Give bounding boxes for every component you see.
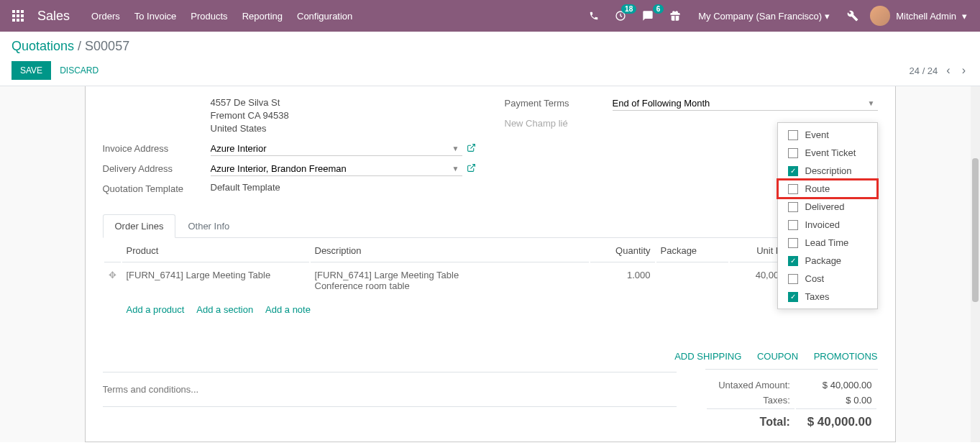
cell-description[interactable]: [FURN_6741] Large Meeting Table Conferen… — [311, 264, 589, 297]
apps-icon[interactable] — [7, 5, 29, 27]
chevron-down-icon: ▾ — [825, 11, 830, 22]
payment-terms-input[interactable] — [613, 96, 878, 111]
untaxed-value: $ 40,000.00 — [796, 378, 876, 392]
pager-prev[interactable]: ‹ — [943, 61, 953, 80]
add-section-link[interactable]: Add a section — [196, 304, 253, 315]
invoice-address-label: Invoice Address — [103, 142, 211, 154]
app-brand[interactable]: Sales — [32, 9, 81, 24]
col-option-route[interactable]: Route — [778, 180, 877, 198]
breadcrumb-current: S00057 — [85, 39, 129, 53]
address-line1: 4557 De Silva St — [211, 96, 476, 109]
col-option-package[interactable]: Package — [778, 252, 877, 270]
activity-badge: 18 — [621, 4, 636, 14]
th-package[interactable]: Package — [656, 239, 728, 262]
taxes-value: $ 0.00 — [796, 393, 876, 407]
delivery-address-label: Delivery Address — [103, 162, 211, 174]
company-name: My Company (San Francisco) — [698, 11, 822, 22]
table-row[interactable]: ✥ [FURN_6741] Large Meeting Table [FURN_… — [104, 264, 876, 297]
tab-order-lines[interactable]: Order Lines — [103, 214, 176, 238]
address-line3: United States — [211, 122, 476, 135]
save-button[interactable]: Save — [12, 61, 51, 80]
taxes-label: Taxes: — [707, 393, 794, 407]
col-option-event-ticket[interactable]: Event Ticket — [778, 144, 877, 162]
col-option-event[interactable]: Event — [778, 126, 877, 144]
col-option-delivered[interactable]: Delivered — [778, 198, 877, 216]
drag-handle-icon[interactable]: ✥ — [109, 270, 116, 280]
total-label: Total: — [707, 408, 794, 431]
company-switcher[interactable]: My Company (San Francisco) ▾ — [692, 11, 835, 22]
col-option-lead-time[interactable]: Lead Time — [778, 234, 877, 252]
scrollbar-track[interactable] — [971, 86, 980, 442]
nav-menu: Orders To Invoice Products Reporting Con… — [84, 2, 360, 30]
nav-reporting[interactable]: Reporting — [235, 2, 290, 30]
user-name: Mitchell Admin — [896, 11, 956, 22]
th-description[interactable]: Description — [311, 239, 589, 262]
total-value: $ 40,000.00 — [796, 408, 876, 431]
add-product-link[interactable]: Add a product — [127, 304, 185, 315]
col-option-cost[interactable]: Cost — [778, 270, 877, 288]
cell-package[interactable] — [656, 264, 728, 297]
nav-products[interactable]: Products — [183, 2, 234, 30]
col-option-description[interactable]: Description — [778, 162, 877, 180]
pager-next[interactable]: › — [959, 61, 968, 80]
footer-actions: ADD SHIPPING COUPON PROMOTIONS — [103, 322, 878, 369]
form-sheet: 4557 De Silva St Fremont CA 94538 United… — [85, 86, 896, 442]
quotation-template-label: Quotation Template — [103, 182, 211, 194]
delivery-address-input[interactable] — [211, 162, 462, 176]
scrollbar-thumb[interactable] — [972, 158, 979, 302]
nav-to-invoice[interactable]: To Invoice — [127, 2, 184, 30]
breadcrumb: Quotations / S00057 — [12, 39, 968, 54]
coupon-link[interactable]: COUPON — [757, 351, 798, 362]
terms-input[interactable] — [103, 384, 677, 395]
discard-button[interactable]: Discard — [51, 61, 107, 80]
tabs: Order Lines Other Info — [103, 214, 878, 238]
th-quantity[interactable]: Quantity — [590, 239, 655, 262]
navbar-right: 18 6 My Company (San Francisco) ▾ Mitche… — [585, 6, 973, 26]
pager-text[interactable]: 24 / 24 — [910, 65, 938, 76]
invoice-address-input[interactable] — [211, 142, 462, 156]
cp-buttons: Save Discard 24 / 24 ‹ › — [12, 61, 968, 80]
form-container: 4557 De Silva St Fremont CA 94538 United… — [0, 86, 980, 442]
external-link-icon[interactable] — [467, 143, 476, 155]
cell-product[interactable]: [FURN_6741] Large Meeting Table — [122, 264, 309, 297]
add-note-link[interactable]: Add a note — [265, 304, 311, 315]
user-menu[interactable]: Mitchell Admin ▾ — [870, 6, 973, 26]
breadcrumb-parent[interactable]: Quotations — [12, 39, 74, 53]
promotions-link[interactable]: PROMOTIONS — [814, 351, 878, 362]
control-panel: Quotations / S00057 Save Discard 24 / 24… — [0, 32, 980, 86]
nav-configuration[interactable]: Configuration — [290, 2, 360, 30]
debug-icon[interactable] — [843, 6, 863, 26]
navbar-left: Sales Orders To Invoice Products Reporti… — [7, 2, 360, 30]
discuss-icon[interactable]: 6 — [638, 6, 658, 26]
activity-icon[interactable]: 18 — [610, 6, 631, 26]
discuss-badge: 6 — [653, 4, 664, 14]
nav-orders[interactable]: Orders — [84, 2, 127, 30]
col-option-invoiced[interactable]: Invoiced — [778, 216, 877, 234]
cell-quantity[interactable]: 1.000 — [590, 264, 655, 297]
payment-terms-label: Payment Terms — [505, 96, 613, 109]
address-line2: Fremont CA 94538 — [211, 109, 476, 122]
untaxed-label: Untaxed Amount: — [707, 378, 794, 392]
phone-icon[interactable] — [585, 6, 603, 25]
avatar — [870, 6, 890, 26]
tab-other-info[interactable]: Other Info — [175, 214, 242, 238]
quotation-template-value[interactable]: Default Template — [211, 182, 280, 193]
navbar: Sales Orders To Invoice Products Reporti… — [0, 0, 980, 32]
th-product[interactable]: Product — [122, 239, 309, 262]
add-shipping-link[interactable]: ADD SHIPPING — [674, 351, 741, 362]
totals-table: Untaxed Amount:$ 40,000.00 Taxes:$ 0.00 … — [705, 377, 878, 432]
col-option-taxes[interactable]: Taxes — [778, 288, 877, 306]
external-link-icon[interactable] — [467, 163, 476, 175]
chevron-down-icon: ▾ — [962, 11, 967, 22]
column-visibility-menu: Event Event Ticket Description Route Del… — [777, 122, 878, 309]
order-lines-table: Product Description Quantity Package Uni… — [103, 238, 878, 322]
gift-icon[interactable] — [665, 6, 685, 26]
pager: 24 / 24 ‹ › — [910, 61, 968, 80]
new-champ-label: New Champ lié — [505, 116, 613, 129]
